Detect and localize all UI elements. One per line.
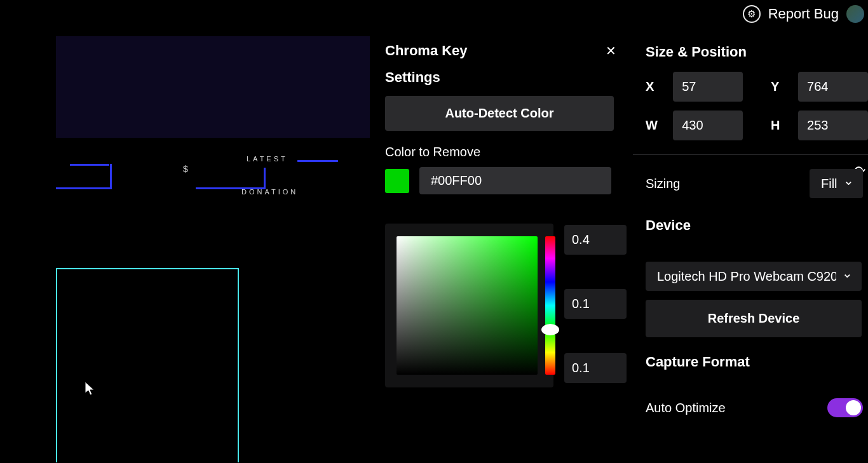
- overlay-strip: $ LATEST DONATION: [56, 152, 370, 197]
- h-input[interactable]: [798, 111, 868, 140]
- similarity-value[interactable]: 0.4: [564, 225, 627, 255]
- report-bug-link[interactable]: Report Bug: [768, 6, 839, 22]
- close-icon[interactable]: ✕: [606, 43, 616, 58]
- chroma-settings-subtitle: Settings: [374, 65, 628, 96]
- settings-gear-icon[interactable]: ⚙: [743, 5, 761, 23]
- saturation-value-area[interactable]: [397, 236, 538, 375]
- chroma-key-panel: Chroma Key ✕ Settings Auto-Detect Color …: [374, 36, 628, 194]
- overlay-label-donation: DONATION: [241, 188, 298, 196]
- refresh-device-button[interactable]: Refresh Device: [646, 300, 862, 337]
- y-input[interactable]: [798, 72, 868, 102]
- device-dropdown[interactable]: Logitech HD Pro Webcam C920: [646, 262, 862, 291]
- auto-optimize-toggle[interactable]: [827, 398, 863, 417]
- auto-detect-color-button[interactable]: Auto-Detect Color: [385, 96, 614, 131]
- device-title: Device: [633, 198, 868, 245]
- sizing-dropdown[interactable]: Fill: [810, 169, 863, 198]
- avatar[interactable]: [846, 5, 864, 23]
- x-input[interactable]: [673, 72, 743, 102]
- overlay-label-latest: LATEST: [247, 155, 288, 163]
- mouse-cursor-icon: [85, 381, 96, 396]
- w-input[interactable]: [673, 111, 743, 140]
- hue-slider-handle[interactable]: [541, 324, 559, 335]
- auto-optimize-label: Auto Optimize: [646, 401, 726, 415]
- smoothness-value[interactable]: 0.1: [564, 289, 627, 319]
- top-bar: ⚙ Report Bug: [743, 5, 868, 23]
- chroma-key-title: Chroma Key: [385, 43, 468, 59]
- overlay-dollar: $: [183, 164, 188, 174]
- color-to-remove-label: Color to Remove: [374, 131, 628, 167]
- spill-value[interactable]: 0.1: [564, 353, 627, 383]
- sizing-label: Sizing: [646, 177, 680, 191]
- selected-source-outline[interactable]: [56, 268, 239, 462]
- hue-slider[interactable]: [545, 236, 555, 375]
- capture-format-title: Capture Format: [633, 337, 868, 382]
- scene-preview[interactable]: [56, 36, 370, 138]
- h-label: H: [771, 118, 787, 133]
- x-label: X: [646, 79, 661, 94]
- w-label: W: [646, 118, 661, 133]
- color-picker[interactable]: 0.4 0.1 0.1: [385, 224, 628, 387]
- properties-panel: Size & Position X Y W H ⟳ Sizing Fill De…: [633, 36, 868, 417]
- y-label: Y: [771, 79, 787, 94]
- size-position-title: Size & Position: [633, 36, 868, 72]
- hex-input[interactable]: [419, 167, 611, 194]
- color-swatch[interactable]: [385, 169, 409, 193]
